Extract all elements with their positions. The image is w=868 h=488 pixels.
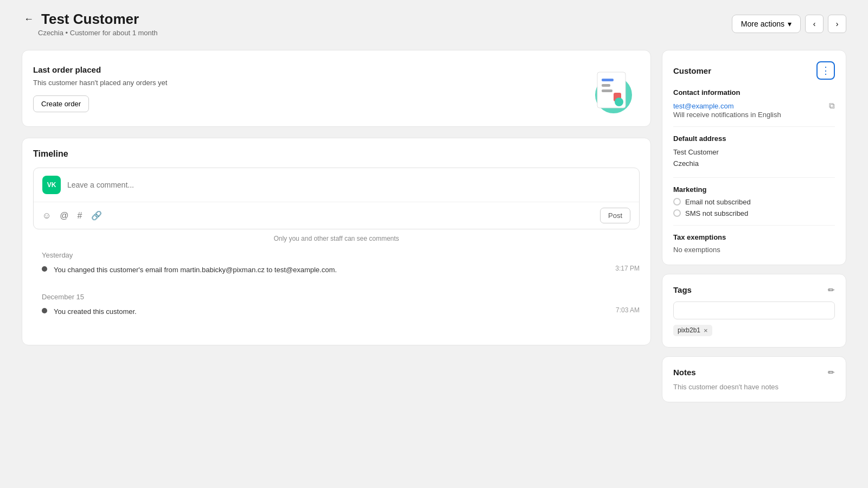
comment-input-row: VK (34, 168, 639, 202)
back-button[interactable]: ← (22, 11, 36, 27)
tags-title: Tags (673, 285, 692, 294)
svg-point-6 (615, 98, 623, 106)
sms-radio (673, 209, 681, 217)
customer-card-header: Customer ⋮ (673, 61, 835, 80)
contact-info-section: Contact information test@example.com ⧉ W… (673, 88, 835, 119)
post-button[interactable]: Post (600, 208, 630, 223)
comment-toolbar: ☺ @ # 🔗 Post (34, 202, 639, 229)
notes-card: Notes ✏ This customer doesn't have notes (662, 356, 846, 402)
tag-chip-pixb2b1: pixb2b1 × (673, 325, 712, 336)
timeline-event-time-0: 3:17 PM (615, 265, 640, 272)
svg-rect-4 (602, 89, 612, 92)
last-order-description: This customer hasn't placed any orders y… (33, 79, 167, 87)
right-column: Customer ⋮ Contact information test@exam… (662, 50, 846, 402)
address-country: Czechia (673, 158, 835, 170)
back-icon: ← (24, 14, 34, 25)
comments-visibility: Only you and other staff can see comment… (33, 235, 640, 242)
notification-language: Will receive notifications in English (673, 111, 835, 119)
timeline-dot-1 (42, 308, 47, 313)
tax-exemptions-heading: Tax exemptions (673, 233, 835, 241)
comment-box: VK ☺ @ # 🔗 Post (33, 168, 640, 229)
timeline-title: Timeline (33, 149, 640, 159)
tax-exemptions-value: No exemptions (673, 246, 835, 254)
last-order-card: Last order placed This customer hasn't p… (22, 50, 651, 127)
page-title: Test Customer (41, 11, 139, 28)
toolbar-icons: ☺ @ # 🔗 (42, 210, 102, 221)
notes-edit-icon[interactable]: ✏ (828, 368, 835, 377)
contact-info-heading: Contact information (673, 88, 835, 97)
notes-empty-text: This customer doesn't have notes (673, 383, 835, 391)
last-order-title: Last order placed (33, 65, 167, 74)
sms-marketing-row: SMS not subscribed (673, 209, 835, 217)
copy-icon[interactable]: ⧉ (829, 101, 835, 111)
tags-edit-icon[interactable]: ✏ (828, 285, 835, 295)
more-actions-button[interactable]: More actions ▾ (732, 15, 801, 33)
last-order-content: Last order placed This customer hasn't p… (33, 65, 167, 112)
customer-card-title: Customer (673, 66, 711, 75)
customer-email-link[interactable]: test@example.com (673, 102, 733, 110)
divider-3 (673, 225, 835, 226)
default-address-section: Default address Test Customer Czechia (673, 134, 835, 170)
timeline-date-label-dec15: December 15 (42, 293, 640, 301)
timeline-event-0: You changed this customer's email from m… (42, 265, 640, 282)
notes-card-header: Notes ✏ (673, 368, 835, 377)
timeline-event-1: You created this customer. 7:03 AM (42, 306, 640, 324)
svg-rect-2 (602, 79, 614, 81)
link-icon[interactable]: 🔗 (91, 210, 102, 221)
page-header: ← Test Customer Czechia • Customer for a… (22, 11, 846, 37)
timeline-event-text-1: You created this customer. (54, 306, 605, 317)
chevron-left-icon: ‹ (813, 20, 816, 28)
more-actions-label: More actions (741, 20, 784, 28)
tag-label-pixb2b1: pixb2b1 (678, 326, 700, 334)
mention-icon[interactable]: @ (60, 211, 68, 221)
divider-1 (673, 126, 835, 127)
hashtag-icon[interactable]: # (78, 211, 82, 221)
avatar-initials: VK (47, 181, 56, 189)
timeline-date-group-dec15: December 15 You created this customer. 7… (42, 293, 640, 324)
customer-card: Customer ⋮ Contact information test@exam… (662, 50, 846, 265)
marketing-heading: Marketing (673, 185, 835, 194)
svg-rect-3 (602, 84, 610, 87)
prev-nav-button[interactable]: ‹ (805, 15, 824, 33)
left-column: Last order placed This customer hasn't p… (22, 50, 651, 402)
header-right: More actions ▾ ‹ › (732, 15, 846, 33)
tags-input[interactable] (673, 301, 835, 319)
chevron-right-icon: › (836, 20, 839, 28)
emoji-icon[interactable]: ☺ (42, 211, 51, 221)
chevron-down-icon: ▾ (788, 20, 792, 28)
timeline-event-text-0: You changed this customer's email from m… (54, 265, 604, 275)
email-row: test@example.com ⧉ (673, 101, 835, 111)
marketing-section: Marketing Email not subscribed SMS not s… (673, 185, 835, 217)
customer-more-button[interactable]: ⋮ (816, 61, 835, 80)
page-subtitle: Czechia • Customer for about 1 month (38, 29, 158, 37)
tax-exemptions-section: Tax exemptions No exemptions (673, 233, 835, 254)
timeline-event-time-1: 7:03 AM (616, 306, 640, 314)
address-name: Test Customer (673, 147, 835, 158)
order-illustration (585, 61, 640, 115)
three-dots-icon: ⋮ (821, 65, 831, 76)
notes-title: Notes (673, 368, 696, 377)
divider-2 (673, 177, 835, 178)
header-left: ← Test Customer Czechia • Customer for a… (22, 11, 158, 37)
comment-input[interactable] (67, 181, 630, 189)
email-radio (673, 198, 681, 206)
timeline-date-label-yesterday: Yesterday (42, 251, 640, 259)
create-order-button[interactable]: Create order (33, 95, 89, 112)
header-title-row: ← Test Customer (22, 11, 158, 28)
email-marketing-row: Email not subscribed (673, 198, 835, 206)
timeline-card: Timeline VK ☺ @ # 🔗 (22, 138, 651, 345)
timeline-events: Yesterday You changed this customer's em… (33, 251, 640, 323)
tags-card: Tags ✏ pixb2b1 × (662, 274, 846, 348)
user-avatar: VK (42, 176, 61, 194)
tag-remove-pixb2b1[interactable]: × (704, 326, 708, 335)
tags-card-header: Tags ✏ (673, 285, 835, 295)
email-marketing-status: Email not subscribed (685, 198, 751, 206)
default-address-heading: Default address (673, 134, 835, 143)
next-nav-button[interactable]: › (828, 15, 846, 33)
timeline-dot-0 (42, 266, 47, 272)
tags-list: pixb2b1 × (673, 325, 835, 336)
timeline-date-group-yesterday: Yesterday You changed this customer's em… (42, 251, 640, 282)
sms-marketing-status: SMS not subscribed (685, 209, 748, 217)
main-layout: Last order placed This customer hasn't p… (22, 50, 846, 402)
